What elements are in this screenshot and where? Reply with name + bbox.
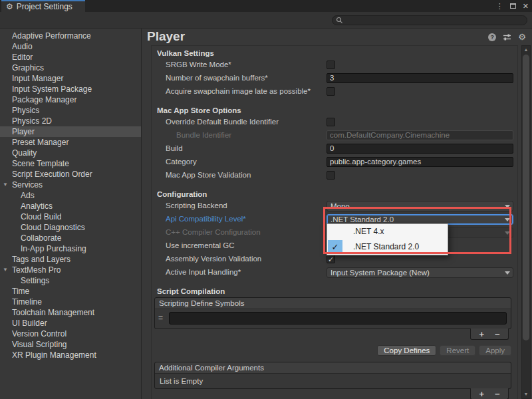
copy-defines-button[interactable]: Copy Defines (377, 345, 436, 356)
vertical-scrollbar[interactable]: ▲ ▼ (521, 45, 531, 399)
project-settings-window: ⚙ Project Settings ⋮ ✕ Adaptive Performa… (0, 0, 532, 399)
sidebar-item-visual-scripting[interactable]: Visual Scripting (0, 339, 141, 350)
sidebar-item-cloud-diagnostics[interactable]: Cloud Diagnostics (0, 222, 141, 233)
checkbox-acquire-swapchain-image-late-as-possible[interactable] (327, 87, 335, 96)
sidebar-item-player[interactable]: Player (0, 126, 141, 137)
sidebar-item-script-execution-order[interactable]: Script Execution Order (0, 169, 141, 180)
sidebar-item-xr-plugin-management[interactable]: XR Plugin Management (0, 350, 141, 360)
sidebar-item-label: Analytics (21, 201, 53, 211)
sidebar-item-audio[interactable]: Audio (0, 41, 141, 52)
presets-icon[interactable] (503, 33, 511, 41)
sidebar-item-label: Graphics (12, 63, 44, 72)
field-category[interactable]: public.app-category.games (327, 157, 513, 167)
sidebar-item-cloud-build[interactable]: Cloud Build (0, 211, 141, 222)
add-button[interactable]: + (479, 390, 484, 398)
list-box-body: = (155, 309, 511, 329)
checkbox-mac-app-store-validation[interactable] (327, 171, 335, 180)
sidebar-item-version-control[interactable]: Version Control (0, 329, 141, 339)
help-icon[interactable]: ? (488, 33, 496, 41)
row-label: Scripting Backend (166, 201, 227, 209)
define-symbols-input[interactable] (169, 312, 507, 325)
row-label: SRGB Write Mode* (166, 61, 231, 68)
dropdown-scripting-backend[interactable]: Mono (327, 201, 513, 211)
checkbox-assembly-version-validation[interactable]: ✓ (327, 255, 335, 263)
tab-title: Project Settings (17, 2, 72, 11)
scroll-down-icon[interactable]: ▼ (522, 391, 530, 398)
sidebar-item-graphics[interactable]: Graphics (0, 63, 141, 73)
close-icon[interactable]: ✕ (523, 3, 529, 10)
checkbox-override-default-bundle-identifier[interactable] (327, 118, 335, 126)
sidebar-item-quality[interactable]: Quality (0, 148, 141, 158)
sidebar-item-services[interactable]: ▼Services (0, 180, 141, 190)
list-footer: + − (470, 388, 509, 399)
popup-option-net-standard-2-0[interactable]: ✓ .NET Standard 2.0 (327, 239, 448, 255)
sidebar-item-settings[interactable]: Settings (0, 275, 141, 286)
sidebar-item-adaptive-performance[interactable]: Adaptive Performance (0, 31, 141, 41)
sidebar-item-package-manager[interactable]: Package Manager (0, 94, 141, 105)
sidebar-item-label: Physics (12, 106, 39, 115)
search-box[interactable] (332, 15, 527, 25)
settings-row-active-input-handling: Active Input Handling*Input System Packa… (152, 266, 517, 279)
row-label: Api Compatibility Level* (166, 215, 246, 223)
sidebar-item-collaborate[interactable]: Collaborate (0, 233, 141, 243)
sidebar-item-timeline[interactable]: Timeline (0, 297, 141, 307)
section-header-script-compilation: Script Compilation (152, 286, 517, 297)
remove-button[interactable]: − (495, 330, 500, 338)
remove-button[interactable]: − (495, 390, 500, 398)
toolbar (0, 12, 532, 29)
window-menu-icon[interactable]: ⋮ (496, 3, 503, 10)
sidebar-item-physics[interactable]: Physics (0, 105, 141, 116)
popup-option-net-4x[interactable]: .NET 4.x (327, 224, 448, 239)
row-label: C++ Compiler Configuration (166, 228, 261, 236)
sidebar-item-in-app-purchasing[interactable]: In-App Purchasing (0, 243, 141, 254)
sidebar-item-ui-builder[interactable]: UI Builder (0, 318, 141, 329)
settings-gear-icon[interactable]: ⚙ (518, 33, 526, 41)
window-controls: ⋮ ✕ (496, 0, 529, 12)
list-box-header: Scripting Define Symbols (155, 298, 511, 309)
header-icons: ? ⚙ (488, 33, 526, 41)
sidebar-item-tags-and-layers[interactable]: Tags and Layers (0, 254, 141, 265)
search-input[interactable] (345, 17, 511, 25)
row-label: Mac App Store Validation (166, 171, 251, 179)
add-button[interactable]: + (479, 330, 484, 338)
section-header-configuration: Configuration (152, 189, 517, 200)
sidebar-item-label: Input Manager (12, 74, 63, 83)
sidebar-item-label: Settings (21, 276, 49, 285)
revert-button[interactable]: Revert (440, 345, 475, 356)
foldout-chevron-icon[interactable]: ▼ (3, 265, 8, 275)
drag-handle-icon[interactable]: = (158, 314, 163, 322)
sidebar-item-time[interactable]: Time (0, 286, 141, 297)
settings-row-number-of-swapchain-buffers: Number of swapchain buffers*3 (152, 72, 517, 85)
foldout-chevron-icon[interactable]: ▼ (3, 180, 8, 190)
window-body: Adaptive PerformanceAudioEditorGraphicsI… (0, 29, 532, 399)
sidebar-item-scene-template[interactable]: Scene Template (0, 158, 141, 169)
maximize-icon[interactable] (510, 3, 516, 9)
scroll-up-icon[interactable]: ▲ (522, 47, 530, 53)
field-number-of-swapchain-buffers[interactable]: 3 (327, 73, 513, 83)
sidebar-item-physics-2d[interactable]: Physics 2D (0, 116, 141, 126)
sidebar-item-textmesh-pro[interactable]: ▼TextMesh Pro (0, 265, 141, 275)
section-header-vulkan-settings: Vulkan Settings (152, 48, 517, 59)
sidebar-item-label: TextMesh Pro (12, 265, 61, 275)
section-header-mac-app-store-options: Mac App Store Options (152, 105, 517, 116)
sidebar-item-ads[interactable]: Ads (0, 190, 141, 201)
checkbox-srgb-write-mode[interactable] (327, 61, 335, 69)
page-title: Player (147, 29, 185, 44)
field-bundle-identifier[interactable]: com.DefaultCompany.Cinemachine (327, 130, 513, 140)
sidebar-item-label: Tags and Layers (12, 255, 70, 264)
chevron-down-icon (505, 271, 510, 275)
apply-button[interactable]: Apply (479, 345, 511, 356)
dropdown-active-input-handling[interactable]: Input System Package (New) (327, 267, 513, 278)
sidebar-item-preset-manager[interactable]: Preset Manager (0, 137, 141, 148)
sidebar-item-label: Services (12, 180, 43, 190)
scrollbar-thumb[interactable] (523, 55, 529, 340)
field-build[interactable]: 0 (327, 144, 513, 154)
sidebar-item-editor[interactable]: Editor (0, 52, 141, 63)
sidebar-item-input-manager[interactable]: Input Manager (0, 73, 141, 84)
sidebar-item-input-system-package[interactable]: Input System Package (0, 84, 141, 94)
sidebar-item-toolchain-management[interactable]: Toolchain Management (0, 307, 141, 318)
tab-project-settings[interactable]: ⚙ Project Settings (1, 0, 85, 12)
sidebar-item-analytics[interactable]: Analytics (0, 201, 141, 211)
dropdown-value: Mono (331, 202, 350, 210)
player-panel: Player ? ⚙ Vulkan SettingsSRGB Write Mod… (142, 29, 532, 399)
